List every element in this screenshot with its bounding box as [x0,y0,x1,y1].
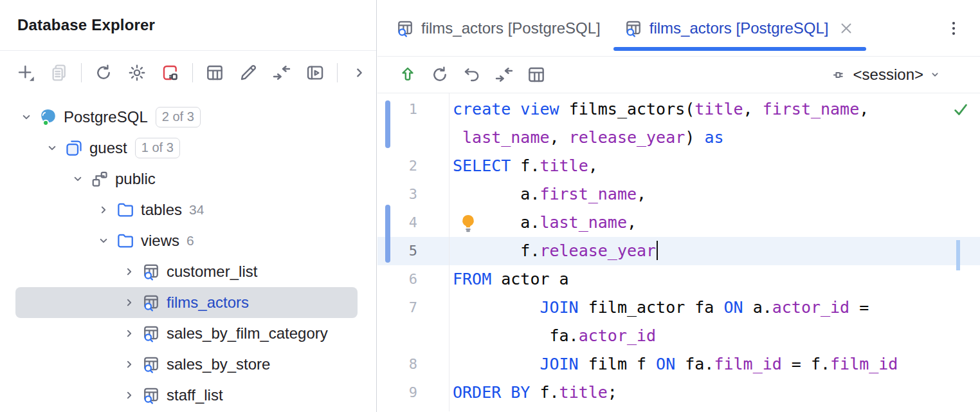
toolbar-divider [337,63,338,82]
duplicate-icon[interactable] [49,62,69,84]
intention-bulb-icon[interactable] [457,212,479,234]
explorer-toolbar [0,51,376,94]
chevron-right-icon[interactable] [121,325,138,342]
code-line[interactable]: 6FROM actor a [377,265,980,294]
tree-item-guest[interactable]: guest1 of 3 [15,133,358,164]
tree-item-sales_by_store[interactable]: sales_by_store [15,349,358,380]
settings-icon[interactable] [127,62,147,84]
code-text: f.release_year [449,237,980,265]
commit-icon[interactable] [397,64,418,85]
disconnect-icon[interactable] [160,62,181,84]
chevron-down-icon[interactable] [95,232,112,249]
tree-item-staff_list[interactable]: staff_list [15,380,358,411]
close-icon[interactable] [837,19,856,38]
panel-title: Database Explorer [17,16,155,34]
console-icon[interactable] [305,62,325,84]
chevron-right-icon[interactable] [121,263,138,280]
database-icon [64,138,84,158]
view-icon [141,386,161,405]
tree-item-label: sales_by_film_category [167,324,328,342]
tree-item-tables[interactable]: tables34 [15,194,358,225]
success-check-icon [952,100,970,118]
tab-label: films_actors [PostgreSQL] [649,19,829,37]
tree-item-label: staff_list [167,386,223,404]
tree-item-PostgreSQL[interactable]: PostgreSQL2 of 3 [15,102,358,133]
add-icon[interactable] [15,62,36,84]
code-line[interactable]: 3 a.first_name, [377,180,980,209]
scrollbar-caret-marker[interactable] [956,240,960,270]
kebab-menu-icon[interactable] [944,19,963,38]
text-caret [657,241,658,260]
sql-editor[interactable]: 1create view films_actors(title, first_n… [377,93,980,411]
tree-item-public[interactable]: public [15,164,358,194]
editor-toolbar: <session> [377,57,980,93]
code-text: ORDER BY f.title; [449,379,980,407]
tab-films-actors-1[interactable]: films_actors [PostgreSQL] [384,0,612,56]
jump-icon[interactable] [494,64,514,85]
line-number: 6 [377,265,449,294]
toolbar-divider [81,63,82,82]
expand-icon[interactable] [349,62,370,84]
session-label: <session> [853,66,923,84]
refresh-icon[interactable] [93,62,114,84]
edit-icon[interactable] [238,62,259,84]
data-editor-icon[interactable] [204,62,225,84]
connection-badge: 2 of 3 [156,107,201,127]
data-editor-icon[interactable] [526,64,547,85]
database-explorer-panel: Database Explorer PostgreSQL2 of 3guest1… [0,0,377,412]
view-icon [141,355,161,374]
code-line[interactable]: last_name, release_year) as [377,124,980,152]
session-selector[interactable]: <session> [831,66,942,84]
chevron-down-icon[interactable] [44,140,60,156]
tree-item-films_actors[interactable]: films_actors [15,287,358,318]
postgres-icon [39,108,58,127]
tree-item-label: views [141,232,179,250]
undo-icon[interactable] [462,64,482,85]
line-number [377,322,449,350]
code-line[interactable]: fa.actor_id [377,322,980,350]
folder-icon [116,231,135,250]
chevron-right-icon[interactable] [121,356,138,373]
tree-item-label: public [115,170,156,188]
view-icon [141,293,161,312]
database-explorer-window: Database Explorer PostgreSQL2 of 3guest1… [0,0,980,412]
code-text: last_name, release_year) as [449,124,980,152]
code-line[interactable]: 1create view films_actors(title, first_n… [377,95,980,124]
chevron-down-icon[interactable] [18,109,35,126]
chevron-right-icon[interactable] [121,387,138,404]
code-line[interactable]: 2SELECT f.title, [377,152,980,180]
toolbar-divider [192,63,193,82]
chevron-right-icon[interactable] [121,294,138,311]
tree-item-label: films_actors [167,294,249,312]
code-text: fa.actor_id [449,322,980,350]
code-line[interactable]: 8 JOIN film f ON fa.film_id = f.film_id [377,350,980,379]
tree-item-sales_by_film_category[interactable]: sales_by_film_category [15,318,358,349]
tree-item-customer_list[interactable]: customer_list [15,256,358,287]
code-text: JOIN film f ON fa.film_id = f.film_id [449,350,980,379]
schema-icon [90,169,109,189]
view-icon [141,262,161,281]
tree-item-views[interactable]: views6 [15,225,358,256]
view-icon [141,324,161,343]
code-text: SELECT f.title, [449,152,980,180]
code-line[interactable]: 9ORDER BY f.title; [377,379,980,407]
chevron-down-icon [928,68,942,82]
code-line[interactable]: 7 JOIN film_actor fa ON a.actor_id = [377,294,980,322]
code-line[interactable]: 5 f.release_year [377,237,980,265]
folder-icon [116,200,135,220]
jump-icon[interactable] [271,62,292,84]
view-table-icon [624,19,643,38]
code-line[interactable]: 4 a.last_name, [377,209,980,237]
chevron-down-icon[interactable] [69,171,86,187]
code-text: create view films_actors(title, first_na… [449,95,980,124]
code-text: a.first_name, [449,180,980,209]
item-count: 6 [186,233,194,248]
chevron-right-icon[interactable] [95,201,112,218]
tree-item-label: tables [141,201,182,219]
tab-films-actors-2[interactable]: films_actors [PostgreSQL] [612,0,867,56]
plug-icon [831,66,849,84]
refresh-icon[interactable] [430,64,450,85]
editor-panel: films_actors [PostgreSQL] films_actors [… [377,0,980,412]
connection-badge: 1 of 3 [135,138,180,158]
code-text: FROM actor a [449,265,980,294]
